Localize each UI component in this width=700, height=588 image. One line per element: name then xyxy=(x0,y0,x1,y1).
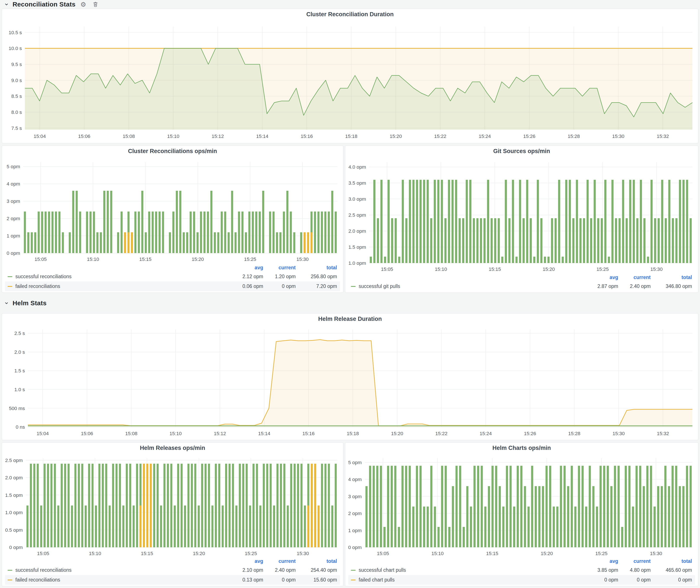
legend-col-total[interactable]: total xyxy=(296,265,340,271)
legend-col-total[interactable]: total xyxy=(651,558,695,564)
series-label[interactable]: failed chart pulls xyxy=(359,577,395,583)
legend-stats-header: avgcurrenttotal xyxy=(5,263,340,272)
chevron-down-icon[interactable] xyxy=(4,300,9,306)
svg-text:15:20: 15:20 xyxy=(390,134,402,139)
svg-text:15:25: 15:25 xyxy=(244,257,256,262)
legend-row: successful reconciliations2.10 opm2.40 o… xyxy=(5,565,340,575)
panel-helm-charts-opm: Helm Charts ops/min 0 opm1 opm2 opm3 opm… xyxy=(345,442,698,586)
svg-text:15:15: 15:15 xyxy=(489,267,501,272)
section-title[interactable]: Reconciliation Stats xyxy=(13,1,76,8)
svg-text:8.5 s: 8.5 s xyxy=(11,94,22,99)
chart-helm-release-duration[interactable]: 0 ns500 ms1.0 s1.5 s2.0 s2.5 s15:0415:06… xyxy=(4,324,696,437)
svg-text:3 opm: 3 opm xyxy=(6,199,20,204)
series-label[interactable]: failed reconciliations xyxy=(15,577,60,583)
legend-value: 4.80 opm xyxy=(618,567,651,573)
legend-col-avg[interactable]: avg xyxy=(586,275,618,280)
series-label[interactable]: successful reconciliations xyxy=(15,567,72,573)
panel-title[interactable]: Helm Charts ops/min xyxy=(345,445,698,451)
svg-text:15:30: 15:30 xyxy=(612,134,624,139)
legend-cluster-reconciliations: avgcurrenttotalsuccessful reconciliation… xyxy=(5,263,340,291)
svg-text:4 opm: 4 opm xyxy=(6,181,20,187)
legend-value: 3.85 opm xyxy=(586,567,618,573)
legend-col-current[interactable]: current xyxy=(618,558,651,564)
svg-text:1.0 opm: 1.0 opm xyxy=(5,510,23,515)
svg-text:15:16: 15:16 xyxy=(302,431,315,436)
legend-value: 254.40 opm xyxy=(296,567,340,573)
legend-row: failed reconciliations0.06 opm0 opm7.20 … xyxy=(5,281,340,291)
legend-col-avg[interactable]: avg xyxy=(231,265,263,271)
svg-text:2.5 s: 2.5 s xyxy=(14,331,25,336)
legend-value: 0 opm xyxy=(651,577,695,583)
svg-text:15:05: 15:05 xyxy=(381,267,393,272)
svg-text:10.0 s: 10.0 s xyxy=(9,46,22,51)
panel-cluster-reconciliation-duration: Cluster Reconciliation Duration 7.5 s8.0… xyxy=(2,9,698,143)
svg-text:5 opm: 5 opm xyxy=(348,460,362,465)
panel-title[interactable]: Helm Release Duration xyxy=(2,316,698,322)
gear-icon[interactable]: ⚙ xyxy=(79,0,88,9)
series-marker-icon xyxy=(351,580,356,580)
legend-col-avg[interactable]: avg xyxy=(586,558,618,564)
svg-text:3.5 opm: 3.5 opm xyxy=(348,180,366,186)
legend-row: failed reconciliations0.13 opm0 opm15.60… xyxy=(5,575,340,585)
legend-stats-header: avgcurrenttotal xyxy=(348,273,695,281)
svg-text:15:22: 15:22 xyxy=(435,431,447,436)
chevron-down-icon[interactable] xyxy=(4,2,9,7)
svg-text:2.5 opm: 2.5 opm xyxy=(348,212,366,218)
legend-value: 1.20 opm xyxy=(263,274,296,279)
svg-text:15:10: 15:10 xyxy=(89,551,101,556)
legend-value: 2.10 opm xyxy=(231,567,263,573)
legend-col-total[interactable]: total xyxy=(296,558,340,564)
legend-col-total[interactable]: total xyxy=(651,275,695,280)
series-marker-icon xyxy=(8,276,12,277)
trash-icon[interactable] xyxy=(91,0,100,9)
chart-git-sources-opm[interactable]: 1.0 opm1.5 opm2.0 opm2.5 opm3.0 opm3.5 o… xyxy=(347,157,696,273)
svg-text:15:25: 15:25 xyxy=(597,267,609,272)
svg-text:2.0 opm: 2.0 opm xyxy=(348,228,366,234)
svg-text:15:15: 15:15 xyxy=(139,257,152,262)
svg-text:15:10: 15:10 xyxy=(167,134,179,139)
svg-text:15:26: 15:26 xyxy=(524,431,536,436)
svg-text:15:06: 15:06 xyxy=(78,134,90,139)
chart-cluster-reconciliations-opm[interactable]: 0 opm1 opm2 opm3 opm4 opm5 opm15:0515:10… xyxy=(4,157,341,263)
svg-text:5 opm: 5 opm xyxy=(6,164,20,169)
series-label[interactable]: successful reconciliations xyxy=(15,274,72,279)
svg-text:1 opm: 1 opm xyxy=(6,233,20,239)
chart-helm-charts-opm[interactable]: 0 opm1 opm2 opm3 opm4 opm5 opm15:0515:10… xyxy=(347,453,696,557)
chart-cluster-reconciliation-duration[interactable]: 7.5 s8.0 s8.5 s9.0 s9.5 s10.0 s10.5 s15:… xyxy=(4,20,696,140)
legend-value: 0 opm xyxy=(263,577,296,583)
legend-value: 2.12 opm xyxy=(231,274,263,279)
panel-title[interactable]: Cluster Reconciliation Duration xyxy=(2,11,698,18)
svg-text:15:05: 15:05 xyxy=(377,551,389,556)
svg-text:15:10: 15:10 xyxy=(87,257,99,262)
svg-text:3.0 opm: 3.0 opm xyxy=(348,196,366,202)
series-label[interactable]: failed reconciliations xyxy=(15,283,60,289)
legend-value: 256.80 opm xyxy=(296,274,340,279)
series-label[interactable]: successful git pulls xyxy=(359,283,400,289)
svg-text:15:14: 15:14 xyxy=(258,431,270,436)
section-title[interactable]: Helm Stats xyxy=(13,299,47,307)
svg-text:15:06: 15:06 xyxy=(81,431,93,436)
svg-text:15:30: 15:30 xyxy=(650,267,663,272)
panel-title[interactable]: Cluster Reconciliations ops/min xyxy=(2,148,343,155)
svg-text:2 opm: 2 opm xyxy=(348,511,362,516)
svg-text:15:10: 15:10 xyxy=(169,431,182,436)
series-label[interactable]: successful chart pulls xyxy=(359,567,406,573)
svg-text:0 opm: 0 opm xyxy=(348,545,362,550)
section-header-helm-stats: Helm Stats xyxy=(4,299,47,307)
legend-row: successful chart pulls3.85 opm4.80 opm46… xyxy=(348,565,695,575)
chart-helm-releases-opm[interactable]: 0 opm0.5 opm1.0 opm1.5 opm2.0 opm2.5 opm… xyxy=(4,453,341,557)
legend-col-avg[interactable]: avg xyxy=(231,558,263,564)
legend-col-current[interactable]: current xyxy=(263,265,296,271)
svg-text:15:25: 15:25 xyxy=(245,551,257,556)
svg-text:15:32: 15:32 xyxy=(657,134,669,139)
panel-title[interactable]: Helm Releases ops/min xyxy=(2,445,343,451)
svg-text:500 ms: 500 ms xyxy=(9,406,25,411)
svg-text:15:30: 15:30 xyxy=(297,551,309,556)
legend-col-current[interactable]: current xyxy=(618,275,651,280)
panel-title[interactable]: Git Sources ops/min xyxy=(345,148,698,155)
legend-stats-header: avgcurrenttotal xyxy=(5,557,340,565)
legend-helm-releases: avgcurrenttotalsuccessful reconciliation… xyxy=(5,557,340,585)
legend-col-current[interactable]: current xyxy=(263,558,296,564)
legend-value: 0.06 opm xyxy=(231,283,263,289)
legend-value: 7.20 opm xyxy=(296,283,340,289)
